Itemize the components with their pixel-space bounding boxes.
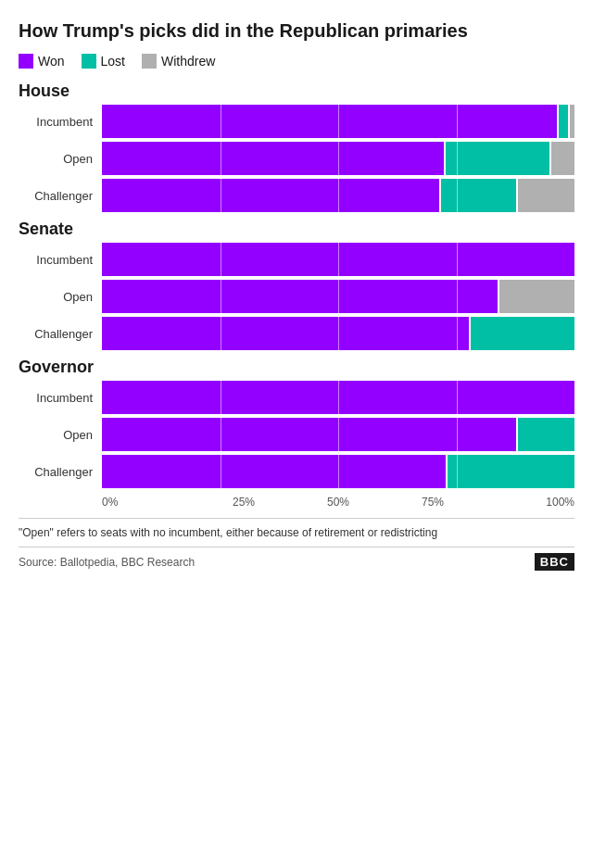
section-house: HouseIncumbentOpenChallenger xyxy=(19,82,574,212)
bar-row: Incumbent xyxy=(19,243,574,276)
lost-swatch xyxy=(82,54,96,69)
bar-category-label: Incumbent xyxy=(19,115,102,129)
bar-withdrew xyxy=(499,280,574,313)
x-axis: 0% 25% 50% 75% 100% xyxy=(102,496,574,509)
x-tick-0: 0% xyxy=(102,496,196,509)
bar-category-label: Open xyxy=(19,290,102,304)
bar-won xyxy=(102,418,516,451)
bar-category-label: Challenger xyxy=(19,327,102,341)
bar-lost xyxy=(559,105,568,138)
bar-row: Incumbent xyxy=(19,381,574,414)
withdrew-swatch xyxy=(142,54,157,69)
bar-won xyxy=(102,455,446,488)
bar-won xyxy=(102,179,439,212)
bar-won xyxy=(102,381,574,414)
bar-row: Incumbent xyxy=(19,105,574,138)
bar-container xyxy=(102,455,574,488)
bar-won xyxy=(102,317,469,350)
legend-withdrew: Withdrew xyxy=(142,54,215,69)
bar-separator xyxy=(549,142,551,175)
x-tick-100: 100% xyxy=(480,496,574,509)
bbc-logo: BBC xyxy=(535,553,574,571)
chart-container: HouseIncumbentOpenChallengerSenateIncumb… xyxy=(19,82,574,488)
bar-lost xyxy=(518,418,574,451)
bar-withdrew xyxy=(518,179,574,212)
bar-container xyxy=(102,105,574,138)
bar-row: Open xyxy=(19,142,574,175)
bar-won xyxy=(102,142,444,175)
source-row: Source: Ballotpedia, BBC Research BBC xyxy=(19,547,574,571)
x-tick-50: 50% xyxy=(291,496,385,509)
bar-separator xyxy=(444,142,446,175)
bar-container xyxy=(102,243,574,276)
legend: Won Lost Withdrew xyxy=(19,54,574,69)
bar-won xyxy=(102,243,574,276)
bar-withdrew xyxy=(551,142,574,175)
x-tick-25: 25% xyxy=(196,496,291,509)
bar-separator xyxy=(516,179,518,212)
bar-separator xyxy=(469,317,471,350)
source-text: Source: Ballotpedia, BBC Research xyxy=(19,556,195,569)
footnote: "Open" refers to seats with no incumbent… xyxy=(19,518,574,541)
bar-separator xyxy=(439,179,441,212)
bar-row: Challenger xyxy=(19,317,574,350)
bar-lost xyxy=(471,317,574,350)
legend-lost: Lost xyxy=(82,54,125,69)
bar-container xyxy=(102,179,574,212)
bar-separator xyxy=(557,105,559,138)
bar-row: Challenger xyxy=(19,179,574,212)
bar-row: Challenger xyxy=(19,455,574,488)
section-label-house: House xyxy=(19,82,574,101)
bar-lost xyxy=(448,455,574,488)
bar-category-label: Challenger xyxy=(19,465,102,479)
section-label-governor: Governor xyxy=(19,358,574,377)
legend-withdrew-label: Withdrew xyxy=(161,54,215,69)
bar-separator xyxy=(446,455,448,488)
bar-separator xyxy=(516,418,518,451)
bar-container xyxy=(102,317,574,350)
legend-won-label: Won xyxy=(38,54,65,69)
legend-lost-label: Lost xyxy=(101,54,125,69)
legend-won: Won xyxy=(19,54,65,69)
bar-row: Open xyxy=(19,280,574,313)
chart-title: How Trump's picks did in the Republican … xyxy=(19,19,574,43)
won-swatch xyxy=(19,54,33,69)
section-senate: SenateIncumbentOpenChallenger xyxy=(19,220,574,350)
bar-container xyxy=(102,418,574,451)
bar-separator xyxy=(498,280,499,313)
section-label-senate: Senate xyxy=(19,220,574,239)
bar-won xyxy=(102,105,557,138)
bar-container xyxy=(102,381,574,414)
bar-won xyxy=(102,280,498,313)
bar-row: Open xyxy=(19,418,574,451)
bar-lost xyxy=(446,142,549,175)
bar-category-label: Incumbent xyxy=(19,391,102,405)
section-governor: GovernorIncumbentOpenChallenger xyxy=(19,358,574,488)
bar-separator xyxy=(568,105,570,138)
bar-category-label: Challenger xyxy=(19,189,102,203)
x-tick-75: 75% xyxy=(385,496,480,509)
bar-withdrew xyxy=(570,105,574,138)
bar-lost xyxy=(441,179,516,212)
bar-category-label: Open xyxy=(19,152,102,166)
bar-container xyxy=(102,142,574,175)
bar-category-label: Open xyxy=(19,428,102,442)
bar-container xyxy=(102,280,574,313)
bar-category-label: Incumbent xyxy=(19,253,102,267)
